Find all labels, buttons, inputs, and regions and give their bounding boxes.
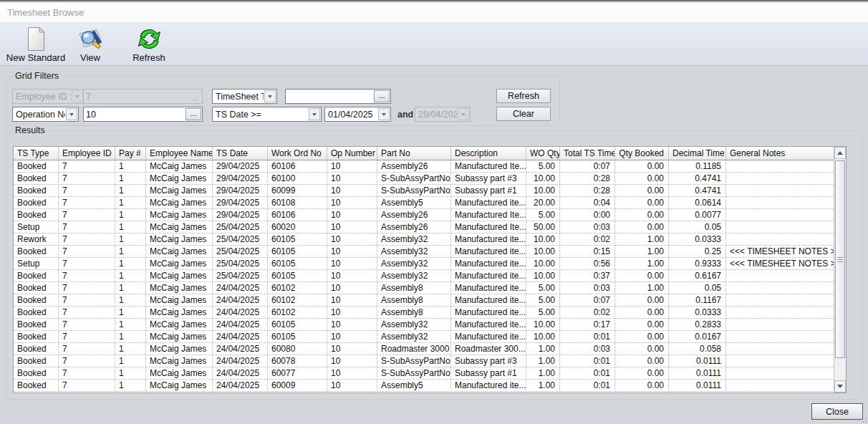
cell-general-notes[interactable] bbox=[726, 185, 846, 197]
cell-pay-no[interactable]: 1 bbox=[115, 294, 146, 307]
cell-general-notes[interactable] bbox=[726, 307, 846, 319]
cell-employee-id[interactable]: 7 bbox=[59, 258, 115, 270]
cell-total-ts-time[interactable]: 0:28 bbox=[560, 185, 615, 197]
cell-employee-name[interactable]: McCaig James bbox=[146, 282, 213, 294]
cell-pay-no[interactable]: 1 bbox=[115, 197, 146, 209]
table-row[interactable]: Setup71McCaig James25/04/20256010510Asse… bbox=[14, 258, 834, 270]
column-header-employee-name[interactable]: Employee Name bbox=[146, 147, 213, 160]
cell-ts-type[interactable]: Booked bbox=[14, 246, 59, 258]
cell-part-no[interactable]: Assembly26 bbox=[377, 221, 451, 233]
cell-total-ts-time[interactable]: 0:01 bbox=[560, 380, 615, 392]
cell-work-ord-no[interactable]: 60102 bbox=[268, 294, 327, 307]
table-row[interactable]: Booked71McCaig James29/04/20256010010S-S… bbox=[14, 173, 834, 185]
cell-part-no[interactable]: Assembly5 bbox=[377, 380, 451, 392]
cell-ts-date[interactable]: 24/04/2025 bbox=[213, 319, 268, 331]
cell-qty-booked[interactable]: 1.00 bbox=[615, 282, 669, 294]
cell-description[interactable]: Manufactured ite... bbox=[451, 380, 526, 392]
cell-ts-date[interactable]: 24/04/2025 bbox=[213, 355, 268, 367]
cell-work-ord-no[interactable]: 60020 bbox=[268, 221, 327, 233]
cell-qty-booked[interactable]: 0.00 bbox=[615, 319, 669, 331]
cell-op-number[interactable]: 10 bbox=[327, 270, 377, 282]
new-standard-button[interactable]: New Standard bbox=[4, 26, 67, 63]
cell-op-number[interactable]: 10 bbox=[327, 282, 377, 294]
cell-work-ord-no[interactable]: 60105 bbox=[268, 270, 327, 282]
cell-description[interactable]: Manufactured ite... bbox=[451, 307, 526, 319]
cell-wo-qty[interactable]: 10.00 bbox=[526, 258, 560, 270]
cell-decimal-time[interactable]: 0.0614 bbox=[669, 197, 726, 209]
cell-wo-qty[interactable]: 1.00 bbox=[526, 343, 560, 355]
cell-work-ord-no[interactable]: 60106 bbox=[268, 160, 327, 173]
cell-employee-name[interactable]: McCaig James bbox=[146, 331, 213, 343]
cell-op-number[interactable]: 10 bbox=[327, 258, 377, 270]
cell-ts-date[interactable]: 29/04/2025 bbox=[213, 209, 268, 221]
cell-part-no[interactable]: Assembly32 bbox=[377, 319, 451, 331]
cell-employee-id[interactable]: 7 bbox=[59, 331, 115, 343]
cell-description[interactable]: Subassy part #3 bbox=[451, 173, 526, 185]
cell-decimal-time[interactable]: 0.9333 bbox=[669, 258, 726, 270]
cell-work-ord-no[interactable]: 60102 bbox=[268, 307, 327, 319]
cell-ts-type[interactable]: Booked bbox=[14, 355, 59, 367]
cell-decimal-time[interactable]: 0.0111 bbox=[669, 380, 726, 392]
cell-general-notes[interactable] bbox=[726, 380, 846, 392]
cell-op-number[interactable]: 10 bbox=[327, 197, 377, 209]
cell-employee-id[interactable]: 7 bbox=[59, 185, 115, 197]
table-row[interactable]: Booked71McCaig James24/04/20256007810S-S… bbox=[14, 355, 834, 367]
cell-description[interactable]: Manufactured ite... bbox=[451, 258, 526, 270]
table-row[interactable]: Booked71McCaig James24/04/20256010210Ass… bbox=[14, 307, 834, 319]
cell-total-ts-time[interactable]: 0:03 bbox=[560, 282, 615, 294]
cell-wo-qty[interactable]: 5.00 bbox=[526, 282, 560, 294]
cell-employee-name[interactable]: McCaig James bbox=[146, 270, 213, 282]
cell-ts-date[interactable]: 25/04/2025 bbox=[213, 233, 268, 246]
scroll-up-button[interactable] bbox=[834, 147, 846, 159]
vertical-scrollbar[interactable] bbox=[834, 147, 846, 392]
cell-decimal-time[interactable]: 0.0333 bbox=[669, 307, 726, 319]
cell-ts-date[interactable]: 29/04/2025 bbox=[213, 185, 268, 197]
cell-general-notes[interactable] bbox=[726, 282, 846, 294]
column-header-pay-no[interactable]: Pay # bbox=[115, 147, 146, 160]
cell-wo-qty[interactable]: 1.00 bbox=[526, 355, 560, 367]
cell-op-number[interactable]: 10 bbox=[327, 233, 377, 246]
cell-general-notes[interactable] bbox=[726, 160, 846, 173]
cell-op-number[interactable]: 10 bbox=[327, 380, 377, 392]
cell-qty-booked[interactable]: 1.00 bbox=[615, 258, 669, 270]
cell-work-ord-no[interactable]: 60105 bbox=[268, 319, 327, 331]
cell-ts-type[interactable]: Booked bbox=[14, 209, 59, 221]
cell-ts-type[interactable]: Setup bbox=[14, 221, 59, 233]
table-row[interactable]: Booked71McCaig James24/04/20256000910Ass… bbox=[14, 380, 834, 392]
cell-part-no[interactable]: Assembly8 bbox=[377, 294, 451, 307]
cell-employee-id[interactable]: 7 bbox=[59, 294, 115, 307]
cell-work-ord-no[interactable]: 60105 bbox=[268, 331, 327, 343]
cell-wo-qty[interactable]: 10.00 bbox=[526, 319, 560, 331]
table-row[interactable]: Booked71McCaig James25/04/20256010510Ass… bbox=[14, 270, 834, 282]
table-row[interactable]: Booked71McCaig James29/04/20256010810Ass… bbox=[14, 197, 834, 209]
table-row[interactable]: Booked71McCaig James24/04/20256010510Ass… bbox=[14, 319, 834, 331]
cell-wo-qty[interactable]: 20.00 bbox=[526, 197, 560, 209]
ts-date-combo-arrow[interactable] bbox=[309, 108, 320, 120]
cell-part-no[interactable]: Assembly8 bbox=[377, 307, 451, 319]
cell-ts-date[interactable]: 25/04/2025 bbox=[213, 246, 268, 258]
cell-pay-no[interactable]: 1 bbox=[115, 209, 146, 221]
timesheet-type-value-box[interactable]: ... bbox=[285, 89, 391, 104]
cell-qty-booked[interactable]: 0.00 bbox=[615, 173, 669, 185]
cell-part-no[interactable]: Assembly5 bbox=[377, 197, 451, 209]
cell-pay-no[interactable]: 1 bbox=[115, 173, 146, 185]
cell-ts-date[interactable]: 24/04/2025 bbox=[213, 367, 268, 380]
column-header-total-ts-time[interactable]: Total TS Time bbox=[560, 147, 615, 160]
cell-description[interactable]: Manufactured ite... bbox=[451, 294, 526, 307]
cell-op-number[interactable]: 10 bbox=[327, 209, 377, 221]
cell-description[interactable]: Manufactured ite... bbox=[451, 319, 526, 331]
cell-wo-qty[interactable]: 1.00 bbox=[526, 380, 560, 392]
cell-decimal-time[interactable]: 0.0167 bbox=[669, 331, 726, 343]
column-header-wo-qty[interactable]: WO Qty bbox=[526, 147, 560, 160]
column-header-part-no[interactable]: Part No bbox=[377, 147, 451, 160]
cell-wo-qty[interactable]: 10.00 bbox=[526, 246, 560, 258]
table-row[interactable]: Booked71McCaig James29/04/20256010610Ass… bbox=[14, 160, 834, 173]
cell-general-notes[interactable]: <<< TIMESHEET NOTES >>> bbox=[726, 258, 846, 270]
cell-op-number[interactable]: 10 bbox=[327, 367, 377, 380]
cell-qty-booked[interactable]: 0.00 bbox=[615, 380, 669, 392]
cell-decimal-time[interactable]: 0.2833 bbox=[669, 319, 726, 331]
cell-wo-qty[interactable]: 5.00 bbox=[526, 209, 560, 221]
cell-wo-qty[interactable]: 5.00 bbox=[526, 160, 560, 173]
cell-total-ts-time[interactable]: 0:28 bbox=[560, 173, 615, 185]
cell-wo-qty[interactable]: 10.00 bbox=[526, 270, 560, 282]
